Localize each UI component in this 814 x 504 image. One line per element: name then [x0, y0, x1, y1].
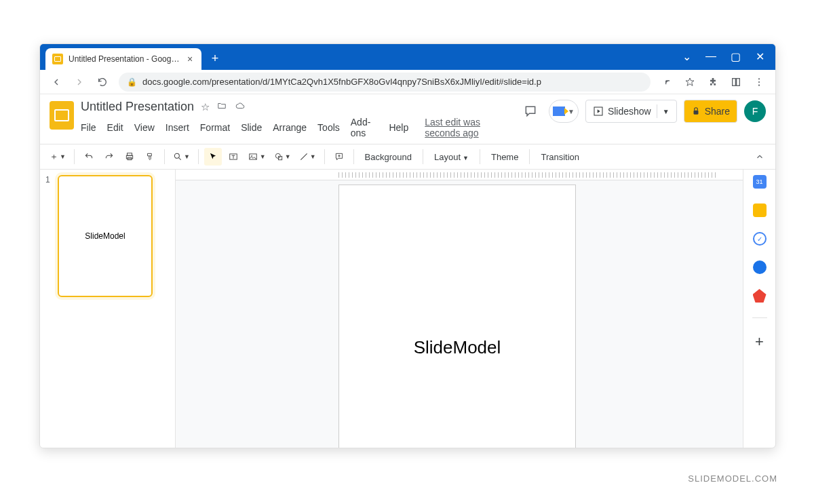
- menu-addons[interactable]: Add-ons: [351, 117, 379, 138]
- layout-button[interactable]: Layout▼: [429, 152, 474, 162]
- browser-titlebar: Untitled Presentation - Google S × + ⌄ —…: [40, 44, 775, 70]
- share-button[interactable]: Share: [684, 100, 737, 123]
- slideshow-button[interactable]: Slideshow ▼: [585, 100, 677, 123]
- transition-button[interactable]: Transition: [535, 152, 585, 162]
- menu-arrange[interactable]: Arrange: [273, 122, 307, 133]
- slideshow-label: Slideshow: [608, 106, 651, 117]
- svg-point-3: [758, 81, 760, 82]
- thumbnail-text: SlideModel: [85, 231, 125, 241]
- doc-title[interactable]: Untitled Presentation: [81, 100, 194, 114]
- svg-rect-6: [693, 111, 698, 115]
- minimize-icon[interactable]: —: [705, 50, 717, 63]
- user-avatar[interactable]: F: [744, 100, 766, 122]
- chrome-menu-icon[interactable]: [750, 73, 769, 92]
- forward-button[interactable]: [70, 73, 89, 92]
- browser-tab[interactable]: Untitled Presentation - Google S ×: [45, 48, 201, 70]
- contacts-icon[interactable]: [753, 260, 767, 274]
- add-on-plus-icon[interactable]: +: [755, 333, 764, 351]
- move-folder-icon[interactable]: [216, 101, 227, 113]
- svg-point-4: [758, 84, 760, 85]
- url-text: docs.google.com/presentation/d/1MYtCa2Qv…: [142, 77, 541, 87]
- image-tool[interactable]: ▼: [245, 148, 269, 166]
- comment-tool[interactable]: [330, 148, 348, 166]
- menu-edit[interactable]: Edit: [107, 122, 123, 133]
- menu-tools[interactable]: Tools: [317, 122, 340, 133]
- menubar: File Edit View Insert Format Slide Arran…: [81, 115, 512, 140]
- maximize-icon[interactable]: ▢: [729, 50, 741, 63]
- share-url-icon[interactable]: [657, 73, 676, 92]
- reload-button[interactable]: [93, 73, 112, 92]
- svg-rect-7: [127, 153, 132, 156]
- line-tool[interactable]: ▼: [296, 148, 319, 166]
- workspace: 1 SlideModel SlideModel +: [40, 170, 775, 448]
- redo-button[interactable]: [100, 148, 118, 166]
- side-panel: +: [743, 170, 775, 448]
- select-tool[interactable]: [204, 148, 222, 166]
- menu-insert[interactable]: Insert: [166, 122, 189, 133]
- slides-logo-icon[interactable]: [50, 101, 74, 130]
- new-slide-button[interactable]: ＋▼: [47, 148, 69, 166]
- collapse-toolbar-button[interactable]: [751, 148, 769, 166]
- caret-down-icon: ▼: [568, 108, 575, 115]
- meet-button[interactable]: ▼: [549, 100, 579, 123]
- slide-text: SlideModel: [414, 337, 501, 358]
- reading-list-icon[interactable]: [726, 73, 745, 92]
- svg-rect-0: [733, 78, 736, 85]
- textbox-tool[interactable]: [225, 148, 242, 166]
- toolbar: ＋▼ ▼ ▼ ▼ ▼ Background Layout▼ Theme Tran…: [40, 144, 775, 170]
- maps-icon[interactable]: [753, 289, 767, 303]
- lock-icon: 🔒: [127, 77, 137, 87]
- menu-help[interactable]: Help: [389, 122, 408, 133]
- slide-canvas[interactable]: SlideModel: [338, 185, 576, 448]
- close-window-icon[interactable]: ✕: [754, 50, 766, 63]
- background-button[interactable]: Background: [360, 152, 417, 162]
- tasks-icon[interactable]: [753, 232, 767, 246]
- share-label: Share: [705, 106, 730, 117]
- chevron-down-icon[interactable]: ⌄: [680, 50, 693, 63]
- calendar-icon[interactable]: [753, 175, 767, 189]
- print-button[interactable]: [121, 148, 138, 166]
- comments-button[interactable]: [519, 100, 542, 123]
- theme-button[interactable]: Theme: [486, 152, 524, 162]
- meet-icon: [553, 106, 565, 116]
- last-edit-link[interactable]: Last edit was seconds ago: [425, 117, 512, 138]
- paint-format-button[interactable]: [141, 148, 159, 166]
- close-tab-icon[interactable]: ×: [185, 54, 195, 64]
- menu-view[interactable]: View: [134, 122, 155, 133]
- cloud-status-icon[interactable]: [234, 101, 246, 113]
- new-tab-button[interactable]: +: [206, 49, 225, 68]
- svg-point-14: [275, 153, 280, 158]
- tab-strip: Untitled Presentation - Google S × +: [40, 44, 225, 70]
- address-bar: 🔒 docs.google.com/presentation/d/1MYtCa2…: [40, 70, 775, 94]
- bookmark-star-icon[interactable]: [680, 73, 699, 92]
- tab-title: Untitled Presentation - Google S: [69, 54, 180, 64]
- window-controls: ⌄ — ▢ ✕: [680, 50, 775, 70]
- svg-point-2: [758, 78, 760, 79]
- keep-icon[interactable]: [753, 203, 767, 217]
- slide-panel: 1 SlideModel: [40, 170, 176, 448]
- app-header: Untitled Presentation ☆ File Edit View I…: [40, 94, 775, 140]
- svg-point-10: [174, 153, 179, 158]
- star-icon[interactable]: ☆: [201, 101, 210, 113]
- caret-down-icon: ▼: [663, 108, 670, 115]
- slides-favicon-icon: [52, 54, 63, 64]
- back-button[interactable]: [47, 73, 66, 92]
- slide-canvas-area[interactable]: SlideModel: [176, 170, 743, 448]
- menu-format[interactable]: Format: [200, 122, 230, 133]
- url-input[interactable]: 🔒 docs.google.com/presentation/d/1MYtCa2…: [119, 73, 651, 92]
- slide-thumbnail[interactable]: 1 SlideModel: [45, 175, 170, 297]
- undo-button[interactable]: [80, 148, 98, 166]
- avatar-initial: F: [752, 106, 758, 117]
- zoom-button[interactable]: ▼: [170, 148, 193, 166]
- extensions-icon[interactable]: [703, 73, 722, 92]
- shape-tool[interactable]: ▼: [271, 148, 294, 166]
- thumbnail-preview: SlideModel: [58, 175, 153, 297]
- slide-number: 1: [45, 175, 54, 297]
- watermark: SLIDEMODEL.COM: [688, 473, 777, 484]
- horizontal-ruler: [176, 170, 743, 180]
- menu-slide[interactable]: Slide: [241, 122, 262, 133]
- menu-file[interactable]: File: [81, 122, 96, 133]
- svg-rect-1: [737, 78, 740, 85]
- browser-window: Untitled Presentation - Google S × + ⌄ —…: [39, 43, 776, 448]
